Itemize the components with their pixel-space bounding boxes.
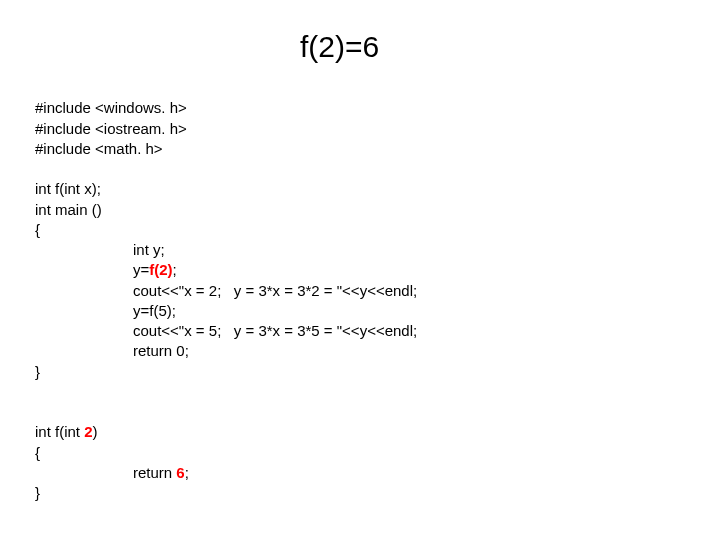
line-yf2-post: ; [173,261,177,278]
line-brace-open: { [35,221,40,238]
code-block: #include <windows. h> #include <iostream… [35,78,685,503]
line-return-0: return 0; [35,341,189,361]
line-include-1: #include <windows. h> [35,99,187,116]
highlight-param-2: 2 [84,423,92,440]
line-cout2: cout<<"x = 5; y = 3*x = 3*5 = "<<y<<endl… [35,321,417,341]
line-proto: int f(int x); [35,180,101,197]
slide-title: f(2)=6 [300,30,379,64]
line-fdef-pre: int f(int [35,423,84,440]
line-cout1: cout<<"x = 2; y = 3*x = 3*2 = "<<y<<endl… [35,281,417,301]
line-yf5: y=f(5); [35,301,176,321]
line-include-3: #include <math. h> [35,140,163,157]
line-include-2: #include <iostream. h> [35,120,187,137]
highlight-return-6: 6 [176,464,184,481]
line-brace-open-2: { [35,444,40,461]
line-fdef-post: ) [93,423,98,440]
line-brace-close: } [35,363,40,380]
line-int-y: int y; [35,240,165,260]
line-return-pre: return [133,464,176,481]
line-main-decl: int main () [35,201,102,218]
line-brace-close-2: } [35,484,40,501]
highlight-f2-call: f(2) [149,261,172,278]
line-return-post: ; [185,464,189,481]
line-yf2-pre: y= [133,261,149,278]
